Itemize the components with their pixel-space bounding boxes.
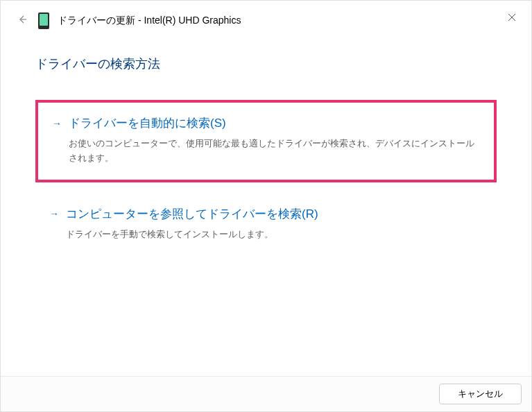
option-browse-computer[interactable]: → コンピューターを参照してドライバーを検索(R) ドライバーを手動で検索してイ…	[35, 194, 497, 256]
option-description: ドライバーを手動で検索してインストールします。	[49, 228, 483, 242]
dialog-content: ドライバーの検索方法 → ドライバーを自動的に検索(S) お使いのコンピューター…	[1, 35, 531, 280]
arrow-right-icon: →	[49, 208, 59, 219]
option-title: コンピューターを参照してドライバーを検索(R)	[66, 206, 318, 222]
dialog-title: ドライバーの更新 - Intel(R) UHD Graphics	[58, 15, 241, 27]
option-header: → ドライバーを自動的に検索(S)	[52, 115, 480, 131]
arrow-right-icon: →	[52, 118, 62, 129]
option-auto-search[interactable]: → ドライバーを自動的に検索(S) お使いのコンピューターで、使用可能な最も適し…	[35, 100, 497, 182]
close-button[interactable]	[501, 6, 523, 28]
cancel-button[interactable]: キャンセル	[439, 384, 522, 404]
option-description: お使いのコンピューターで、使用可能な最も適したドライバーが検索され、デバイスにイ…	[52, 137, 480, 166]
dialog-header: ドライバーの更新 - Intel(R) UHD Graphics	[1, 1, 531, 35]
option-header: → コンピューターを参照してドライバーを検索(R)	[49, 206, 483, 222]
driver-update-dialog: ドライバーの更新 - Intel(R) UHD Graphics ドライバーの検…	[0, 0, 532, 412]
device-icon	[38, 12, 49, 29]
section-title: ドライバーの検索方法	[35, 55, 497, 72]
back-arrow-icon[interactable]	[15, 12, 30, 29]
dialog-footer: キャンセル	[1, 376, 531, 411]
option-title: ドライバーを自動的に検索(S)	[69, 115, 226, 131]
